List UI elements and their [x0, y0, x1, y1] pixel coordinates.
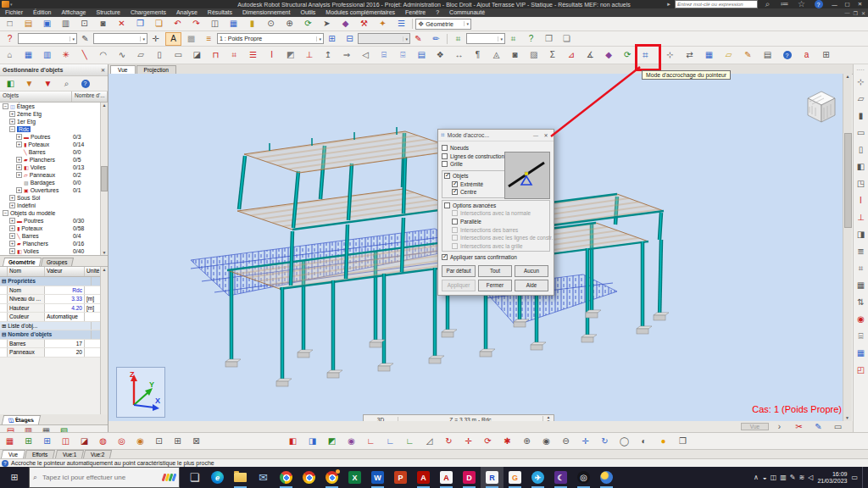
layout-list-button[interactable]: ☰: [393, 17, 409, 30]
tray-expand-icon[interactable]: ∧: [754, 474, 759, 481]
view-cube[interactable]: [799, 87, 838, 126]
frame-2d-button[interactable]: ⌸: [376, 48, 392, 62]
bar-filter-combo[interactable]: ▾: [466, 33, 505, 44]
bar-attributes-2-button[interactable]: ⌗: [505, 32, 521, 46]
property-row-2[interactable]: Niveau du ...3.33[m]: [0, 295, 108, 304]
project-browser-button[interactable]: ⌂: [2, 48, 18, 62]
arc-button[interactable]: ◠: [95, 48, 111, 62]
quick-help-button[interactable]: ?: [2, 32, 18, 46]
slab-button[interactable]: ▭: [170, 48, 186, 62]
stereo-button[interactable]: ◐: [636, 435, 652, 448]
panel-dark-button[interactable]: ◪: [76, 435, 92, 448]
spin-button[interactable]: ⟳: [480, 435, 496, 448]
sum-table-button[interactable]: Σ: [544, 48, 560, 62]
favorites-star-button[interactable]: ☆: [793, 0, 810, 11]
window-maximize-button[interactable]: ▢: [841, 1, 854, 8]
zoom-dynamic-button[interactable]: ◉: [538, 435, 554, 448]
view-3d-button[interactable]: ◉: [343, 435, 359, 448]
checkbox-8[interactable]: [452, 219, 458, 225]
menu-item-5[interactable]: Analyse: [171, 8, 203, 17]
frame-3d-button[interactable]: ⌹: [395, 48, 411, 62]
open-file-button[interactable]: ▤: [20, 17, 36, 30]
expand-icon[interactable]: +: [9, 225, 15, 231]
geometry-layout-combo[interactable]: ❖ Géométrie▾: [415, 19, 471, 30]
node-selection-combo[interactable]: ▾: [18, 33, 77, 44]
win-1-button[interactable]: ⊡: [151, 435, 167, 448]
dimensions-button[interactable]: ↔: [451, 48, 467, 62]
acrobat-taskbar-button[interactable]: A: [412, 467, 435, 488]
floors-table-button[interactable]: ▦: [20, 48, 36, 62]
property-row-4[interactable]: CouleurAutomatique: [0, 313, 108, 322]
node-button[interactable]: ✳: [58, 48, 74, 62]
numbering-button[interactable]: ⇄: [682, 48, 698, 62]
menu-item-0[interactable]: Fichier: [0, 8, 28, 17]
tree-item-barres[interactable]: +╲Barres0/4: [0, 232, 108, 240]
proj-persp-button[interactable]: ◿: [421, 435, 437, 448]
panel-def-button[interactable]: ◧: [854, 159, 868, 174]
planet-app-taskbar-button[interactable]: [595, 467, 618, 488]
scroll-down-icon[interactable]: ▼: [103, 250, 107, 255]
property-row-3[interactable]: Hauteur4.20[m]: [0, 304, 108, 313]
tables-button[interactable]: ▦: [701, 48, 717, 62]
tab-efforts[interactable]: Efforts: [25, 450, 55, 458]
keyword-search-input[interactable]: [676, 2, 757, 7]
storeys-button[interactable]: ☰: [245, 48, 261, 62]
attributes-display-button[interactable]: ❖: [432, 48, 448, 62]
print-preview-button[interactable]: ⊡: [76, 17, 92, 30]
renumber-button[interactable]: ⇅: [854, 295, 868, 309]
snap-option-objets[interactable]: Objets: [444, 172, 505, 180]
grid-green-button[interactable]: ⊞: [20, 435, 36, 448]
tables-manager-button[interactable]: ▦: [225, 17, 242, 30]
tray-app-1-icon[interactable]: ◒: [763, 474, 767, 481]
checkbox-12[interactable]: [442, 254, 448, 260]
tree-item-sous-sol[interactable]: +Sous Sol: [0, 194, 108, 202]
obs-taskbar-button[interactable]: ◎: [572, 467, 595, 488]
zoom-r2-button[interactable]: ◎: [114, 435, 130, 448]
truss-button[interactable]: ◁: [357, 48, 373, 62]
search-go-button[interactable]: ⌕: [760, 0, 776, 11]
job-preferences-button[interactable]: ✦: [375, 17, 391, 30]
dialog-close-button[interactable]: ✕: [541, 132, 551, 138]
rotate-view-button[interactable]: ↻: [441, 435, 457, 448]
tree-item-1er-etg[interactable]: +1er Etg: [0, 118, 108, 125]
autocad-taskbar-button[interactable]: A: [435, 467, 458, 488]
tree-item-objets-du-mod-le[interactable]: −Objets du modèle: [0, 209, 108, 217]
par-d-faut-button[interactable]: Par défaut: [442, 265, 476, 277]
tree-item-voiles[interactable]: +◧Voiles0/40: [0, 247, 108, 255]
orbit-button[interactable]: ✛: [460, 435, 476, 448]
calc-note-button[interactable]: ▤: [760, 48, 776, 62]
tout-button[interactable]: Tout: [478, 265, 512, 277]
attr-red-button[interactable]: ▦: [2, 435, 18, 448]
tables-view-button[interactable]: ▦: [854, 346, 868, 360]
excel-taskbar-button[interactable]: X: [343, 467, 366, 488]
load-case-combo[interactable]: 1 : Poids Propre▾: [217, 33, 324, 44]
tree-item-rdc[interactable]: −Rdc: [0, 125, 108, 133]
search-filter-button[interactable]: ≔: [776, 0, 793, 11]
tab-projection[interactable]: Projection: [136, 65, 176, 74]
clip-plane-button[interactable]: ◬: [488, 48, 504, 62]
attributes-button[interactable]: A: [165, 32, 181, 46]
menu-item-7[interactable]: Dimensionnement: [237, 8, 295, 17]
expand-icon[interactable]: +: [16, 157, 22, 163]
view-xy-button[interactable]: ◧: [285, 435, 301, 448]
selection-arrow-button[interactable]: ➤: [319, 17, 335, 30]
menu-item-3[interactable]: Structure: [91, 8, 125, 17]
property-row-1[interactable]: NomRdc: [0, 286, 108, 296]
bar-query-button[interactable]: ?: [523, 32, 539, 46]
tab-vue[interactable]: Vue: [110, 65, 136, 74]
menu-item-4[interactable]: Chargements: [125, 8, 171, 17]
gom-taskbar-button[interactable]: G: [504, 467, 526, 488]
volume-icon[interactable]: ◁: [808, 474, 813, 481]
profile-def-button[interactable]: I: [854, 193, 868, 208]
file-explorer-taskbar-button[interactable]: [229, 467, 252, 488]
tray-app-3-icon[interactable]: ▥: [780, 474, 787, 481]
column-valeur[interactable]: Valeur: [45, 267, 85, 276]
tree-item-planchers[interactable]: +▰Planchers0/5: [0, 156, 108, 164]
filter-button[interactable]: ▼: [21, 77, 37, 91]
walk-button[interactable]: ✱: [499, 435, 515, 448]
measure-button[interactable]: ∡: [581, 48, 598, 62]
wall-def-button[interactable]: ▯: [854, 142, 868, 157]
mdi-minimize-button[interactable]: —: [845, 10, 850, 16]
expand-icon[interactable]: +: [9, 248, 15, 254]
objects-apply-button[interactable]: ◧: [3, 77, 19, 91]
